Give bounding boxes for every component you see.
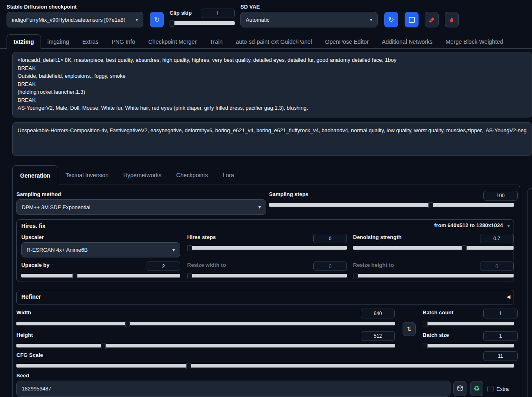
hires-fix-title[interactable]: Hires. fix [21,223,45,229]
width-label: Width [16,309,31,316]
tab-hypernetworks[interactable]: Hypernetworks [116,165,169,185]
negative-prompt-input[interactable]: Unspeakable-Horrors-Composition-4v, Fast… [12,122,532,156]
slider-handle[interactable] [72,273,77,279]
collapse-arrow-icon[interactable]: ◀ [507,294,510,299]
upscale-by-input[interactable] [147,262,180,271]
slider-handle[interactable] [462,245,467,251]
tab-txt2img[interactable]: txt2img [7,34,41,49]
hires-steps-slider[interactable] [187,246,347,250]
clip-skip-slider[interactable] [170,21,235,25]
cfg-scale-slider[interactable] [16,364,514,368]
hires-resolution-note: from 640x512 to 1280x1024 [369,222,503,228]
sampling-method-label: Sampling method [16,191,61,197]
refresh-icon: ↻ [154,16,160,24]
height-slider[interactable] [16,344,395,347]
tab-train[interactable]: Train [203,34,229,49]
upscaler-label: Upscaler [21,234,44,240]
tab-merge-block-weighted[interactable]: Merge Block Weighted [439,34,510,49]
extra-checkbox[interactable] [487,386,494,392]
tab-extras[interactable]: Extras [76,34,105,49]
upscale-by-slider[interactable] [21,274,180,277]
tab-generation[interactable]: Generation [12,165,58,185]
prompt-input[interactable]: <lora:add_detail:1> 8K, masterpiece, bes… [12,52,532,117]
resize-height-input[interactable] [480,262,514,271]
hires-steps-input[interactable] [313,234,347,243]
sampling-method-dropdown[interactable]: DPM++ 3M SDE Exponential ▾ [16,199,266,215]
tab-auto-sd-paint-ext[interactable]: auto-sd-paint-ext Guide/Panel [229,34,319,49]
collapse-arrow-icon[interactable]: ▼ [506,223,511,228]
tab-textual-inversion[interactable]: Textual Inversion [58,165,116,185]
refiner-section [16,290,514,305]
sd-vae-dropdown[interactable]: Automatic ▾ [240,12,378,27]
slider-handle[interactable] [423,343,428,349]
upscaler-dropdown[interactable]: R-ESRGAN 4x+ Anime6B ▾ [21,242,180,257]
tab-img2img[interactable]: img2img [41,34,76,49]
resize-width-input[interactable] [313,262,347,271]
vae-unload-button[interactable] [445,12,459,27]
batch-size-label: Batch size [423,332,449,338]
slider-handle[interactable] [101,343,106,349]
swap-icon: ⇅ [407,326,412,332]
vae-panel-button[interactable] [405,12,419,27]
checkpoint-value: indigoFurryMix_v90Hybrid.safetensors [07… [12,17,132,23]
reuse-seed-button[interactable]: ♻ [470,381,483,396]
droplet-icon [449,17,455,23]
seed-label: Seed [16,372,29,379]
slider-handle[interactable] [170,20,174,27]
seed-input[interactable] [16,381,451,397]
slider-handle[interactable] [187,273,192,279]
tab-checkpoints[interactable]: Checkpoints [169,165,215,185]
checkpoint-dropdown[interactable]: indigoFurryMix_v90Hybrid.safetensors [07… [7,12,143,27]
refiner-title[interactable]: Refiner [21,293,41,300]
right-panel-edge [527,188,532,397]
chevron-down-icon: ▾ [258,204,261,210]
cfg-scale-label: CFG Scale [16,352,43,358]
brush-icon [429,17,435,23]
dice-icon [457,385,464,392]
slider-handle[interactable] [423,321,428,327]
width-slider[interactable] [16,322,395,325]
slider-handle[interactable] [186,363,191,369]
resize-height-slider[interactable] [353,274,514,277]
resize-height-label: Resize height to [353,262,394,268]
slider-handle[interactable] [187,245,192,251]
resize-width-slider[interactable] [187,274,347,277]
chevron-down-icon: ▾ [172,247,175,253]
random-seed-button[interactable] [453,381,466,396]
tab-png-info[interactable]: PNG Info [105,34,142,49]
clip-skip-input[interactable] [201,9,235,18]
tab-openpose-editor[interactable]: OpenPose Editor [319,34,376,49]
dimension-swap-button[interactable]: ⇅ [403,322,416,336]
tab-checkpoint-merger[interactable]: Checkpoint Merger [142,34,203,49]
denoising-strength-slider[interactable] [353,246,514,250]
height-input[interactable] [361,331,395,341]
tab-lora[interactable]: Lora [215,165,241,185]
sampling-method-value: DPM++ 3M SDE Exponential [22,204,255,210]
refresh-icon: ↻ [388,16,394,24]
paint-tool-button[interactable] [425,12,439,27]
batch-count-slider[interactable] [423,322,514,325]
sampling-steps-slider[interactable] [269,203,514,207]
slider-handle[interactable] [428,202,433,208]
sd-vae-label: SD VAE [240,4,260,10]
batch-size-input[interactable] [483,331,518,341]
chevron-down-icon: ▾ [136,17,138,23]
width-input[interactable] [361,309,395,318]
extra-label: Extra [496,386,509,392]
cfg-scale-input[interactable] [483,351,518,361]
slider-handle[interactable] [125,321,130,327]
slider-handle[interactable] [353,273,358,279]
sampling-steps-input[interactable] [483,191,518,201]
checkpoint-label: Stable Diffusion checkpoint [7,4,77,10]
batch-count-label: Batch count [423,309,453,316]
batch-count-input[interactable] [483,309,518,318]
denoising-strength-input[interactable] [480,234,514,243]
hires-steps-label: Hires steps [187,234,216,240]
upscaler-value: R-ESRGAN 4x+ Anime6B [27,247,169,253]
refresh-vae-button[interactable]: ↻ [384,12,398,27]
refresh-checkpoint-button[interactable]: ↻ [150,12,164,27]
tab-additional-networks[interactable]: Additional Networks [375,34,439,49]
batch-size-slider[interactable] [423,344,514,347]
clip-skip-label: Clip skip [170,10,192,16]
upscale-by-label: Upscale by [21,262,50,268]
